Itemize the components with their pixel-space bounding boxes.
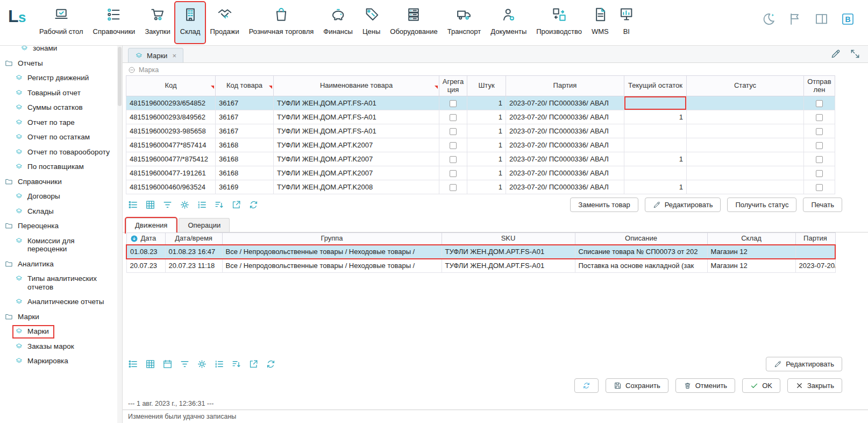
moon-icon[interactable] [762,12,776,26]
tree-leaf-item[interactable]: Товарный отчет [3,86,117,101]
sort-icon[interactable] [214,200,224,210]
get-status-button[interactable]: Получить статус [727,198,796,212]
expand-icon[interactable] [850,48,860,59]
tree-leaf-item[interactable]: Отчет по остаткам [3,130,117,145]
tree-leaf-item[interactable]: Комиссии для переоценки [3,234,117,257]
checkbox[interactable] [450,114,457,121]
tree-leaf-item[interactable]: Заказы марок [3,339,117,354]
ribbon-item[interactable]: Закупки [140,2,175,43]
checkbox[interactable] [816,142,823,149]
ribbon-item[interactable]: Документы [486,2,531,43]
app-logo[interactable]: Ls [0,0,34,45]
ribbon-item[interactable]: Рабочий стол [34,2,88,43]
export-icon[interactable] [231,200,241,210]
column-header[interactable]: Отправлен [804,76,835,96]
movements-table-row[interactable]: 20.07.2320.07.23 11:18Все / Непродовольс… [126,259,835,273]
tree-leaf-item[interactable]: Аналитические отчеты [3,294,117,309]
checkbox[interactable] [816,114,823,121]
marks-table-row[interactable]: 4815196000293/65485236167ТУФЛИ ЖЕН.ДОМ.А… [126,96,835,110]
checkbox[interactable] [450,128,457,135]
marks-table-row[interactable]: 4815196000477*85741436168ТУФЛИ ЖЕН.ДОМ.А… [126,138,835,152]
funnel-icon[interactable] [162,200,173,210]
column-header[interactable]: Код [126,76,216,96]
column-header[interactable]: Статус [687,76,804,96]
column-header[interactable]: Склад [707,233,795,245]
ribbon-item[interactable]: Транспорт [443,2,486,43]
ribbon-item[interactable]: Склад [175,2,205,43]
funnel-icon[interactable] [180,359,190,369]
tree-folder-item[interactable]: Марки [3,309,117,325]
ribbon-item[interactable]: Оборудование [385,2,442,43]
ribbon-item[interactable]: Розничная торговля [244,2,319,43]
tree-leaf-item[interactable]: Регистр движений [3,70,117,86]
column-header[interactable]: Агрегация [439,76,467,96]
checkbox[interactable] [450,184,457,191]
checkbox[interactable] [450,142,457,149]
ribbon-item[interactable]: Финансы [318,2,358,43]
tree-leaf-item[interactable]: Маркировка [3,354,117,369]
checkbox[interactable] [816,156,823,163]
ribbon-item[interactable]: BI [614,2,639,43]
checkbox[interactable] [816,184,823,191]
edit-button[interactable]: Редактировать [645,198,721,212]
sync-icon[interactable] [266,359,276,369]
column-header[interactable]: Партия [506,76,624,96]
tree-leaf-item[interactable]: Отчет по таре [3,115,117,130]
tree-leaf-item[interactable]: Договоры [3,189,117,204]
column-header[interactable]: SKU [442,233,575,245]
ribbon-item[interactable]: Продажи [205,2,244,43]
cancel-button[interactable]: Отменить [675,378,735,393]
tab-close-icon[interactable]: × [172,52,176,60]
ribbon-item[interactable]: WMS [587,2,614,43]
refresh-button[interactable] [574,378,599,393]
checkbox[interactable] [450,100,457,107]
marks-table-row[interactable]: 4815196000293-98565836167ТУФЛИ ЖЕН.ДОМ.А… [126,124,835,138]
tree-leaf-item[interactable]: Отчет по товарообороту [3,145,117,160]
checkbox[interactable] [816,128,823,135]
tree-leaf-item[interactable]: зонами [3,46,117,56]
tab-marki[interactable]: Марки × [128,48,183,62]
tree-leaf-item[interactable]: Склады [3,204,117,219]
column-header[interactable]: Код товара [216,76,274,96]
sidebar-scrollbar[interactable] [117,46,122,423]
column-header[interactable]: Партия [795,233,835,245]
sync-icon[interactable] [248,200,259,210]
marks-table-row[interactable]: 4815196000293/84956236167ТУФЛИ ЖЕН.ДОМ.А… [126,110,835,124]
collapse-circle-icon[interactable] [128,66,136,74]
checkbox[interactable] [450,170,457,177]
tree-folder-item[interactable]: Переоценка [3,218,117,234]
gear-icon[interactable] [180,200,190,210]
ok-button[interactable]: OK [742,378,780,393]
tree-folder-item[interactable]: Аналитика [3,257,117,272]
checkbox[interactable] [816,100,823,107]
tree-leaf-item[interactable]: Суммы остатков [3,100,117,115]
column-header[interactable]: Наименование товара [274,76,439,96]
column-header[interactable]: Группа [222,233,442,245]
list-view-icon[interactable] [128,200,138,210]
replace-product-button[interactable]: Заменить товар [570,198,638,212]
detail-tab[interactable]: Движения [126,218,176,232]
column-header[interactable]: Текущий остаток [624,76,687,96]
gear-icon[interactable] [197,359,207,369]
print-button[interactable]: Печать [803,198,842,212]
export-icon[interactable] [248,359,259,369]
ordered-list-icon[interactable] [214,359,224,369]
checkbox[interactable] [816,170,823,177]
list-view-icon[interactable] [128,359,138,369]
ordered-list-icon[interactable] [197,200,207,210]
pencil-icon[interactable] [830,48,841,59]
marks-table-row[interactable]: 4815196000477/*87541236168ТУФЛИ ЖЕН.ДОМ.… [126,152,835,166]
sort-icon[interactable] [231,359,241,369]
b-logo-icon[interactable]: B [841,12,855,26]
tree-leaf-item[interactable]: Типы аналитических отчетов [3,271,117,294]
grid-icon[interactable] [145,359,155,369]
detail-tab[interactable]: Операции [179,218,230,232]
grid-icon[interactable] [145,200,155,210]
column-header[interactable]: Описание [575,233,707,245]
save-button[interactable]: Сохранить [606,378,668,393]
ribbon-item[interactable]: Производство [531,2,587,43]
column-header[interactable]: Дата/время [165,233,222,245]
checkbox[interactable] [450,156,457,163]
column-header[interactable]: Дата [126,233,165,245]
movements-edit-button[interactable]: Редактировать [766,357,842,371]
